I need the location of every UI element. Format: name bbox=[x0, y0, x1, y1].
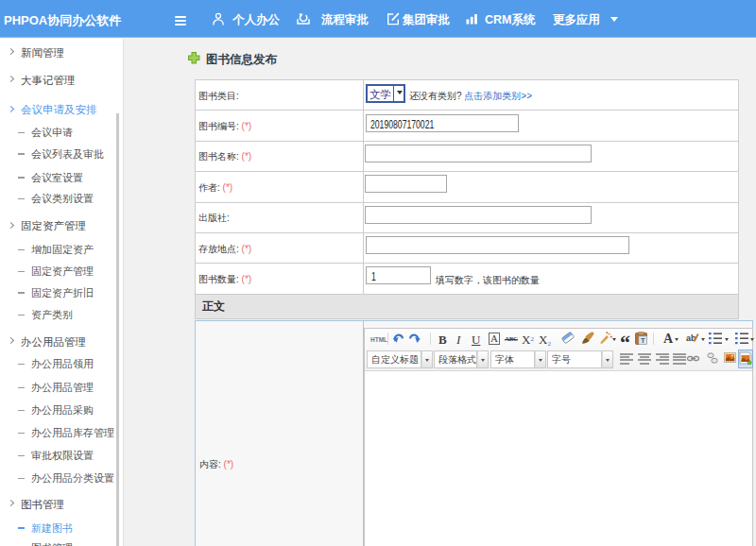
svg-text:T: T bbox=[641, 336, 645, 345]
